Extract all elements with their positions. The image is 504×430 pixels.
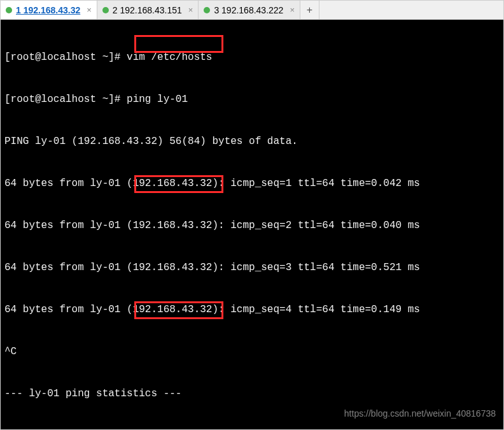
status-dot-icon: [6, 7, 12, 13]
plus-icon: +: [307, 4, 312, 16]
tab-label: 1 192.168.43.32: [16, 5, 80, 15]
close-icon[interactable]: ×: [87, 5, 92, 15]
close-icon[interactable]: ×: [188, 5, 193, 15]
tab-label: 2 192.168.43.151: [113, 5, 182, 15]
terminal-line: [root@localhost ~]# ping ly-01: [4, 92, 500, 106]
terminal-line: 64 bytes from ly-01 (192.168.43.32): icm…: [4, 176, 500, 190]
terminal[interactable]: [root@localhost ~]# vim /etc/hosts [root…: [1, 20, 503, 430]
tab-3[interactable]: 3 192.168.43.222 ×: [199, 1, 300, 19]
status-dot-icon: [102, 7, 109, 13]
terminal-line: 64 bytes from ly-01 (192.168.43.32): icm…: [4, 303, 500, 317]
terminal-line: [root@localhost ~]# vim /etc/hosts: [4, 50, 500, 64]
close-icon[interactable]: ×: [290, 5, 295, 15]
watermark: https://blog.csdn.net/weixin_40816738: [344, 406, 496, 420]
tab-1[interactable]: 1 192.168.43.32 ×: [1, 1, 97, 19]
terminal-line: PING ly-01 (192.168.43.32) 56(84) bytes …: [4, 134, 500, 148]
terminal-line: 64 bytes from ly-01 (192.168.43.32): icm…: [4, 219, 500, 233]
terminal-line: 64 bytes from ly-01 (192.168.43.32): icm…: [4, 261, 500, 275]
tab-label: 3 192.168.43.222: [214, 5, 283, 15]
tab-2[interactable]: 2 192.168.43.151 ×: [97, 1, 199, 19]
status-dot-icon: [204, 7, 210, 13]
terminal-line: ^C: [4, 345, 500, 359]
tab-bar: 1 192.168.43.32 × 2 192.168.43.151 × 3 1…: [1, 1, 503, 20]
new-tab-button[interactable]: +: [300, 1, 319, 19]
terminal-line: --- ly-01 ping statistics ---: [4, 387, 500, 401]
